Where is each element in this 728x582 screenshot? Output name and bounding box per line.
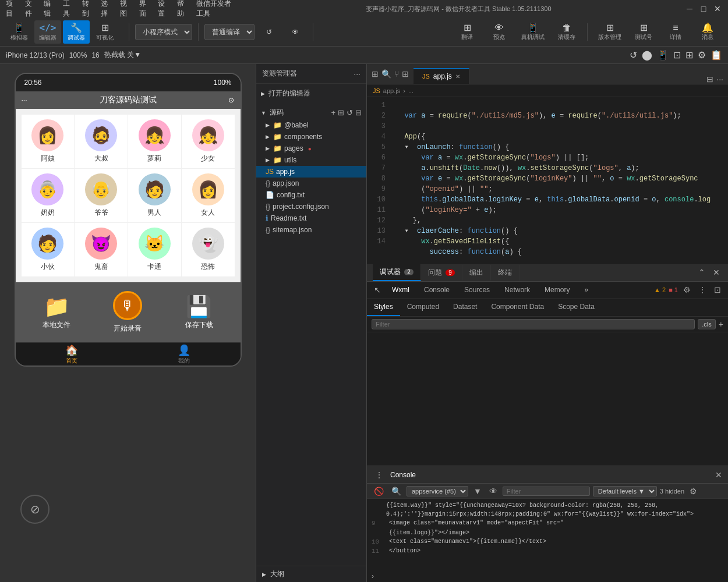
stop-button[interactable]: ⬤	[642, 49, 652, 61]
more-inspector-icon[interactable]: »	[578, 283, 594, 296]
filter-console-icon[interactable]: 🔍	[389, 485, 404, 497]
avatar-item-9[interactable]: 😈 鬼畜	[75, 223, 128, 276]
settings-inspector-icon[interactable]: ⚙	[681, 284, 693, 296]
pages-folder[interactable]: ▶ 📁 pages ●	[256, 143, 366, 154]
avatar-item-5[interactable]: 👴 爷爷	[75, 169, 128, 222]
close-devtools-icon[interactable]: ✕	[711, 267, 722, 278]
menu-item-select[interactable]: 选择	[101, 0, 111, 19]
menu-item-file[interactable]: 文件	[25, 0, 36, 19]
clipboard-icon[interactable]: 📋	[711, 49, 722, 61]
editor-button[interactable]: </> 编辑器	[34, 20, 61, 44]
console-input-area[interactable]: ›	[367, 570, 728, 582]
menu-item-edit[interactable]: 编辑	[44, 0, 54, 19]
utils-folder[interactable]: ▶ 📁 utils	[256, 154, 366, 166]
more-inspector-options-icon[interactable]: ⋮	[696, 284, 709, 296]
more-options-icon[interactable]: ···	[354, 69, 361, 79]
components-folder[interactable]: ▶ 📁 components	[256, 131, 366, 143]
sitemap-file[interactable]: {} sitemap.json	[256, 224, 366, 236]
menu-item-ui[interactable]: 界面	[139, 0, 150, 19]
grid-button[interactable]: ⊞	[685, 49, 693, 61]
preview-icon-btn[interactable]: 👁	[284, 20, 307, 44]
cls-button[interactable]: .cls	[698, 319, 716, 329]
more-editor-icon[interactable]: ···	[716, 74, 723, 84]
split-view-icon[interactable]: ⊟	[706, 74, 713, 84]
refresh-icon[interactable]: ↺	[347, 108, 353, 117]
settings-console-icon[interactable]: ⚙	[687, 485, 699, 497]
cursor-tool-icon[interactable]: ↖	[372, 284, 383, 296]
menu-item-goto[interactable]: 转到	[82, 0, 93, 19]
avatar-item-4[interactable]: 👵 奶奶	[22, 169, 75, 222]
new-file-icon[interactable]: +	[331, 108, 335, 117]
minimize-button[interactable]: ─	[685, 4, 694, 13]
collapse-up-icon[interactable]: ⌃	[696, 267, 708, 278]
message-button[interactable]: 🔔 消息	[693, 20, 722, 44]
start-record-btn[interactable]: 🎙 开始录音	[113, 291, 142, 333]
avatar-item-0[interactable]: 👩 阿姨	[22, 115, 75, 168]
avatar-item-3[interactable]: 👧 少女	[182, 115, 235, 168]
dropdown-appservice-icon[interactable]: ▼	[471, 485, 484, 497]
open-editors-header[interactable]: ▶ 打开的编辑器	[256, 87, 366, 100]
output-tab[interactable]: 编出	[462, 265, 491, 281]
git-icon[interactable]: ⑂	[394, 69, 399, 79]
menu-item-help[interactable]: 帮助	[177, 0, 188, 19]
view-icon[interactable]: ⊞	[402, 69, 409, 79]
menu-item-tools[interactable]: 工具	[63, 0, 73, 19]
close-console-icon[interactable]: ✕	[715, 470, 722, 480]
code-text[interactable]: var a = require("./utils/md5.js"), e = r…	[390, 97, 728, 264]
appjs-file[interactable]: JS app.js	[256, 166, 366, 178]
avatar-item-11[interactable]: 👻 恐怖	[182, 223, 235, 276]
local-files-btn[interactable]: 📁 本地文件	[43, 294, 70, 330]
appjs-tab[interactable]: JS app.js ✕	[414, 68, 469, 84]
tab-close-icon[interactable]: ✕	[455, 73, 460, 80]
program-mode-select[interactable]: 小程序模式	[135, 24, 192, 40]
new-folder-icon[interactable]: ⊞	[338, 108, 344, 117]
avatar-item-8[interactable]: 🧑 小伙	[22, 223, 75, 276]
simulator-button[interactable]: 📱 模拟器	[6, 20, 33, 44]
compile-mode-select[interactable]: 普通编译	[204, 24, 255, 40]
close-button[interactable]: ✕	[713, 4, 722, 13]
real-debug-button[interactable]: 📱 真机调试	[517, 20, 549, 44]
avatar-item-1[interactable]: 🧔 大叔	[75, 115, 128, 168]
avatar-item-6[interactable]: 🧑 男人	[128, 169, 181, 222]
tab-home[interactable]: 🏠 首页	[65, 344, 78, 365]
sources-tab[interactable]: Sources	[458, 283, 496, 296]
clear-cache-button[interactable]: 🗑 清缓存	[552, 20, 581, 44]
compile-button[interactable]: ↺	[257, 20, 281, 44]
log-level-select[interactable]: Default levels ▼	[593, 486, 657, 496]
projectconfig-file[interactable]: {} project.config.json	[256, 201, 366, 212]
dataset-tab[interactable]: Dataset	[446, 299, 484, 316]
menu-item-wechat[interactable]: 微信开发者工具	[196, 0, 232, 19]
appjson-file[interactable]: {} app.json	[256, 178, 366, 189]
menu-item-project[interactable]: 项目	[6, 0, 16, 19]
hotcut-label[interactable]: 热截载 关▼	[104, 50, 141, 60]
problems-tab[interactable]: 问题 9	[421, 265, 462, 281]
avatar-item-2[interactable]: 👧 萝莉	[128, 115, 181, 168]
console-tab[interactable]: Console	[418, 283, 455, 296]
appservice-select[interactable]: appservice (#5)	[407, 486, 468, 496]
split-editor-icon[interactable]: ⊞	[372, 69, 379, 79]
screen-button[interactable]: ⊡	[673, 49, 681, 61]
save-download-btn[interactable]: 💾 保存下载	[185, 294, 213, 330]
styles-tab[interactable]: Styles	[367, 299, 400, 316]
computed-tab[interactable]: Computed	[400, 299, 446, 316]
avatar-item-10[interactable]: 🐱 卡通	[128, 223, 181, 276]
styles-filter-input[interactable]	[372, 319, 695, 329]
clear-console-icon[interactable]: 🚫	[372, 485, 386, 497]
console-close-btn[interactable]: ✕	[715, 470, 722, 480]
test-number-button[interactable]: ⊞ 测试号	[629, 20, 658, 44]
tab-mine[interactable]: 👤 我的	[178, 344, 190, 365]
phone-button[interactable]: 📱	[657, 49, 669, 61]
maximize-button[interactable]: □	[699, 4, 708, 13]
debugger-button[interactable]: 🔧 调试器	[63, 20, 90, 44]
scope-data-tab[interactable]: Scope Data	[551, 299, 602, 316]
translate-button[interactable]: ⊞ 翻译	[453, 20, 482, 44]
readme-file[interactable]: ℹ Readme.txt	[256, 212, 366, 224]
terminal-tab[interactable]: 终端	[491, 265, 520, 281]
component-data-tab[interactable]: Component Data	[484, 299, 551, 316]
wxml-tab[interactable]: Wxml	[386, 283, 415, 296]
babel-folder[interactable]: ▶ 📁 @babel	[256, 119, 366, 131]
console-filter-input[interactable]	[503, 487, 590, 496]
source-header[interactable]: ▼ 源码 + ⊞ ↺ ⊟	[256, 106, 366, 119]
console-drag-icon[interactable]: ⋮	[373, 469, 386, 481]
outline-section[interactable]: ▶ 大纲	[256, 566, 366, 582]
